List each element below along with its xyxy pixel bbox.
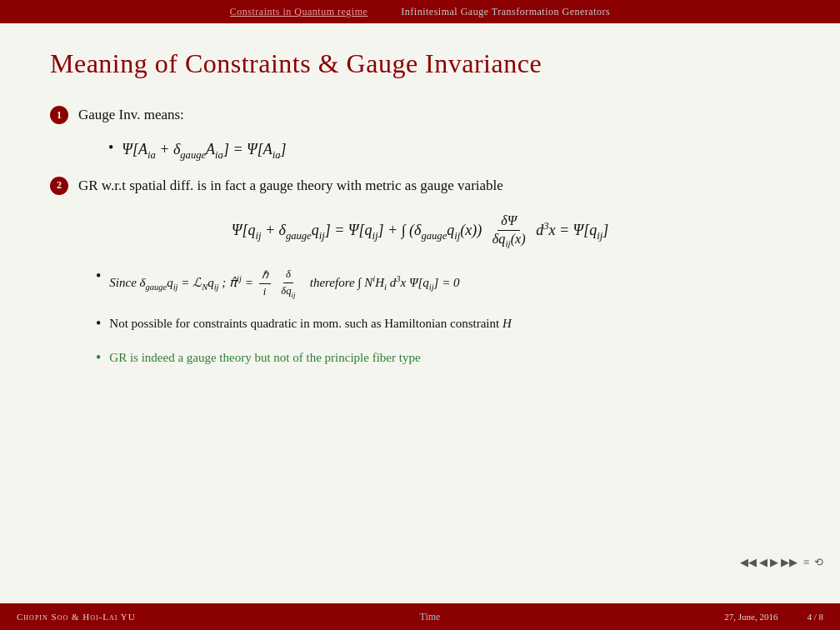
bullet-psi-equation: • Ψ[Aia + δgaugeAia] = Ψ[Aia] (108, 138, 790, 162)
nav-icon-circle[interactable]: ⟲ (814, 556, 823, 569)
bullet-not-possible: • Not possible for constraints quadratic… (96, 314, 790, 335)
footer-time: Time (420, 611, 441, 623)
gr-gauge-text: GR is indeed a gauge theory but not of t… (109, 348, 420, 368)
footer-date: 27, June, 2016 (724, 612, 778, 622)
footer-right-section: 27, June, 2016 4 / 8 (724, 612, 823, 622)
slide-navigation[interactable]: ◀◀ ◀ ▶ ▶▶ ≡ ⟲ (740, 556, 823, 569)
nav-arrow-right-right[interactable]: ▶▶ (781, 556, 798, 569)
slide-footer: Chopin Soo & Hoi-Lai YU Time 27, June, 2… (0, 603, 840, 630)
bullet-dot-2: • (96, 265, 101, 288)
psi-gauge-formula: Ψ[Aia + δgaugeAia] = Ψ[Aia] (122, 138, 286, 162)
numbered-item-1: 1 Gauge Inv. means: (50, 104, 790, 126)
nav-arrow-left[interactable]: ◀ (759, 556, 768, 569)
item-2-text: GR w.r.t spatial diff. is in fact a gaug… (78, 175, 503, 197)
bullet-since: • Since δgaugeqij = ℒNqij ; π̂ij = ℏ i δ… (96, 267, 790, 301)
item-number-1: 1 (50, 106, 68, 124)
item-1-text: Gauge Inv. means: (78, 104, 184, 126)
slide-content: Meaning of Constraints & Gauge Invarianc… (0, 23, 840, 607)
bullet-gr-gauge: • GR is indeed a gauge theory but not of… (96, 348, 790, 369)
nav-arrow-left-left[interactable]: ◀◀ (740, 556, 757, 569)
bullet-dot-1: • (108, 137, 113, 159)
bullet-list-1: • Ψ[Aia + δgaugeAia] = Ψ[Aia] (108, 138, 790, 162)
tab-constraints[interactable]: Constraints in Quantum regime (213, 6, 384, 18)
top-navigation-bar: Constraints in Quantum regime Infinitesi… (0, 0, 840, 23)
numbered-item-2: 2 GR w.r.t spatial diff. is in fact a ga… (50, 175, 790, 197)
footer-page: 4 / 8 (807, 612, 823, 622)
nav-icon-list[interactable]: ≡ (803, 556, 809, 569)
bullet-dot-3: • (96, 312, 101, 335)
slide-title: Meaning of Constraints & Gauge Invarianc… (50, 48, 790, 79)
bullet-list-2: • Since δgaugeqij = ℒNqij ; π̂ij = ℏ i δ… (96, 267, 790, 369)
not-possible-text: Not possible for constraints quadratic i… (109, 314, 511, 333)
footer-authors: Chopin Soo & Hoi-Lai YU (17, 612, 136, 622)
bullet-dot-4: • (96, 347, 101, 369)
item-number-2: 2 (50, 177, 68, 195)
nav-arrow-right-eq[interactable]: ▶ (770, 556, 778, 569)
main-math-equation: Ψ[qij + δgaugeqij] = Ψ[qij] + ∫ (δgaugeq… (50, 212, 790, 249)
since-formula: Since δgaugeqij = ℒNqij ; π̂ij = ℏ i δ δ… (109, 267, 459, 301)
qij-equation: Ψ[qij + δgaugeqij] = Ψ[qij] + ∫ (δgaugeq… (232, 222, 609, 238)
tab-gauge-transformation[interactable]: Infinitesimal Gauge Transformation Gener… (384, 6, 627, 18)
